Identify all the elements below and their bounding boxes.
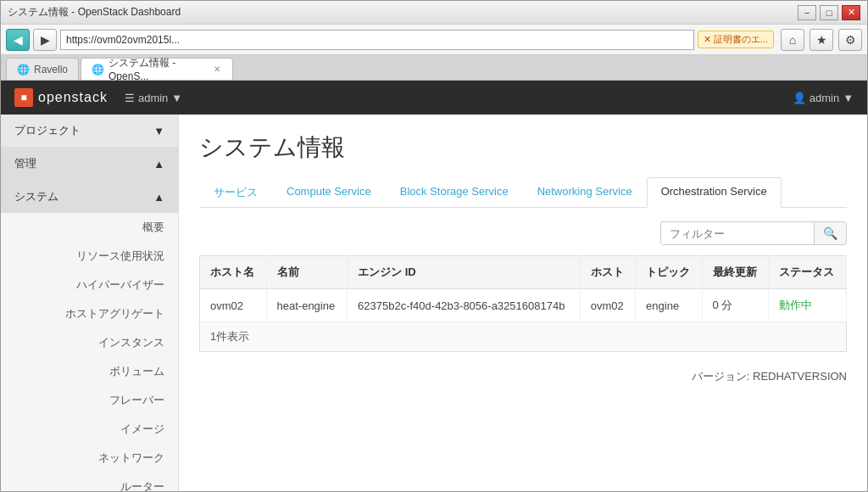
- col-hostname: ホスト名: [200, 256, 267, 289]
- logo-text: openstack: [38, 90, 108, 105]
- window-controls: − □ ✕: [798, 5, 860, 20]
- user-dropdown-icon: ▼: [843, 92, 854, 104]
- filter-input[interactable]: [661, 223, 814, 244]
- ravello-tab-label: Ravello: [34, 64, 68, 75]
- ravello-favicon: 🌐: [17, 64, 29, 75]
- col-name: 名前: [266, 256, 348, 289]
- tab-compute[interactable]: Compute Service: [272, 177, 386, 208]
- count-row: 1件表示: [199, 322, 847, 352]
- sidebar-item-images[interactable]: イメージ: [1, 415, 178, 444]
- app-container: ■ openstack ☰ admin ▼ 👤 admin ▼: [1, 81, 867, 491]
- sysinfo-favicon: 🌐: [92, 64, 103, 75]
- tab-orchestration[interactable]: Orchestration Service: [647, 177, 782, 208]
- filter-search-button[interactable]: 🔍: [814, 222, 846, 244]
- page-title: システム情報: [199, 131, 847, 164]
- content-tabs: サービス Compute Service Block Storage Servi…: [199, 177, 847, 208]
- window-title: システム情報 - OpenStack Dashboard: [8, 5, 181, 20]
- system-collapse-icon: ▲: [153, 191, 164, 204]
- main-area: プロジェクト ▼ 管理 ▲ システム ▲ 概要 リソース使: [1, 115, 867, 491]
- sidebar-section-system: システム ▲ 概要 リソース使用状況 ハイパーバイザー ホストアグリゲート イン…: [1, 181, 178, 491]
- settings-icon[interactable]: ⚙: [838, 29, 862, 51]
- browser-tab-ravello[interactable]: 🌐 Ravello: [6, 58, 79, 80]
- project-collapse-icon: ▼: [153, 125, 164, 137]
- tab-block-storage[interactable]: Block Storage Service: [386, 177, 523, 208]
- sidebar-item-volumes[interactable]: ボリューム: [1, 357, 178, 386]
- top-nav-right[interactable]: 👤 admin ▼: [793, 92, 854, 104]
- col-engine-id: エンジン ID: [348, 256, 581, 289]
- openstack-logo: ■ openstack: [14, 88, 108, 107]
- title-bar: システム情報 - OpenStack Dashboard − □ ✕: [1, 1, 867, 25]
- cell-last-updated: 0 分: [702, 289, 769, 322]
- forward-button[interactable]: ▶: [33, 29, 57, 51]
- version-label: バージョン: REDHATVERSION: [692, 370, 847, 383]
- cell-engine-id: 62375b2c-f40d-42b3-8056-a3251608174b: [348, 289, 581, 322]
- admin-section-label: 管理: [14, 156, 36, 171]
- cert-icon: ✕: [704, 34, 711, 45]
- address-input[interactable]: [60, 30, 694, 50]
- sidebar-item-overview[interactable]: 概要: [1, 213, 178, 242]
- cert-text: 証明書のエ...: [714, 33, 768, 46]
- col-last-updated: 最終更新: [702, 256, 769, 289]
- maximize-button[interactable]: □: [820, 5, 838, 20]
- top-nav-left: ■ openstack ☰ admin ▼: [14, 88, 189, 108]
- sidebar-item-instances[interactable]: インスタンス: [1, 328, 178, 357]
- sidebar-section-admin: 管理 ▲: [1, 148, 178, 181]
- status-badge: 動作中: [779, 299, 812, 311]
- admin-collapse-icon: ▲: [153, 158, 164, 171]
- content-area: システム情報 サービス Compute Service Block Storag…: [179, 115, 867, 491]
- sidebar-item-resource[interactable]: リソース使用状況: [1, 242, 178, 271]
- sidebar-item-flavors[interactable]: フレーバー: [1, 386, 178, 415]
- sysinfo-tab-close[interactable]: ✕: [212, 64, 222, 75]
- sidebar-section-project: プロジェクト ▼: [1, 115, 178, 148]
- toolbar-icons: ⌂ ★ ⚙: [781, 29, 862, 51]
- sidebar-system-header[interactable]: システム ▲: [1, 181, 178, 213]
- user-label: admin: [810, 92, 839, 104]
- project-label: プロジェクト: [14, 123, 81, 138]
- count-label: 1件表示: [210, 330, 249, 343]
- col-status: ステータス: [769, 256, 847, 289]
- table-row: ovm02 heat-engine 62375b2c-f40d-42b3-805…: [200, 289, 847, 322]
- cert-warning[interactable]: ✕ 証明書のエ...: [698, 31, 774, 48]
- cell-status: 動作中: [769, 289, 847, 322]
- sidebar-admin-header[interactable]: 管理 ▲: [1, 148, 178, 180]
- browser-tabs: 🌐 Ravello 🌐 システム情報 - OpenS... ✕: [1, 55, 867, 81]
- filter-input-wrap: 🔍: [660, 221, 847, 245]
- window: システム情報 - OpenStack Dashboard − □ ✕ ◀ ▶ ✕…: [0, 0, 868, 492]
- browser-tab-sysinfo[interactable]: 🌐 システム情報 - OpenS... ✕: [81, 58, 233, 80]
- admin-icon: ☰: [125, 92, 135, 104]
- cell-topic: engine: [636, 289, 703, 322]
- table-header-row: ホスト名 名前 エンジン ID ホスト トピック 最終更新 ステータス: [200, 256, 847, 289]
- sidebar-item-hypervisor[interactable]: ハイパーバイザー: [1, 271, 178, 299]
- sidebar-item-networks[interactable]: ネットワーク: [1, 444, 178, 472]
- sidebar-item-host-aggregate[interactable]: ホストアグリゲート: [1, 299, 178, 328]
- admin-dropdown-icon: ▼: [171, 92, 182, 104]
- sidebar-project-header[interactable]: プロジェクト ▼: [1, 115, 178, 147]
- filter-row: 🔍: [199, 221, 847, 245]
- back-button[interactable]: ◀: [6, 29, 30, 51]
- tab-services[interactable]: サービス: [199, 177, 272, 208]
- sidebar: プロジェクト ▼ 管理 ▲ システム ▲ 概要 リソース使: [1, 115, 179, 491]
- sidebar-item-routers[interactable]: ルーター: [1, 472, 178, 491]
- sysinfo-tab-label: システム情報 - OpenS...: [108, 56, 207, 82]
- favorites-icon[interactable]: ★: [810, 29, 833, 51]
- top-nav: ■ openstack ☰ admin ▼ 👤 admin ▼: [1, 81, 867, 115]
- data-table: ホスト名 名前 エンジン ID ホスト トピック 最終更新 ステータス ovm0…: [199, 255, 847, 322]
- home-icon[interactable]: ⌂: [781, 29, 804, 51]
- admin-menu[interactable]: ☰ admin ▼: [118, 88, 189, 108]
- col-host: ホスト: [580, 256, 635, 289]
- user-icon: 👤: [793, 92, 806, 104]
- cell-host: ovm02: [580, 289, 635, 322]
- version-info: バージョン: REDHATVERSION: [199, 369, 847, 384]
- close-button[interactable]: ✕: [842, 5, 860, 20]
- cell-hostname: ovm02: [200, 289, 267, 322]
- tab-networking[interactable]: Networking Service: [523, 177, 647, 208]
- address-bar: ◀ ▶ ✕ 証明書のエ... ⌂ ★ ⚙: [1, 25, 867, 55]
- cell-name: heat-engine: [266, 289, 348, 322]
- minimize-button[interactable]: −: [798, 5, 816, 20]
- col-topic: トピック: [636, 256, 703, 289]
- system-label: システム: [14, 189, 58, 204]
- logo-icon: ■: [14, 88, 33, 107]
- admin-label: admin: [138, 92, 168, 104]
